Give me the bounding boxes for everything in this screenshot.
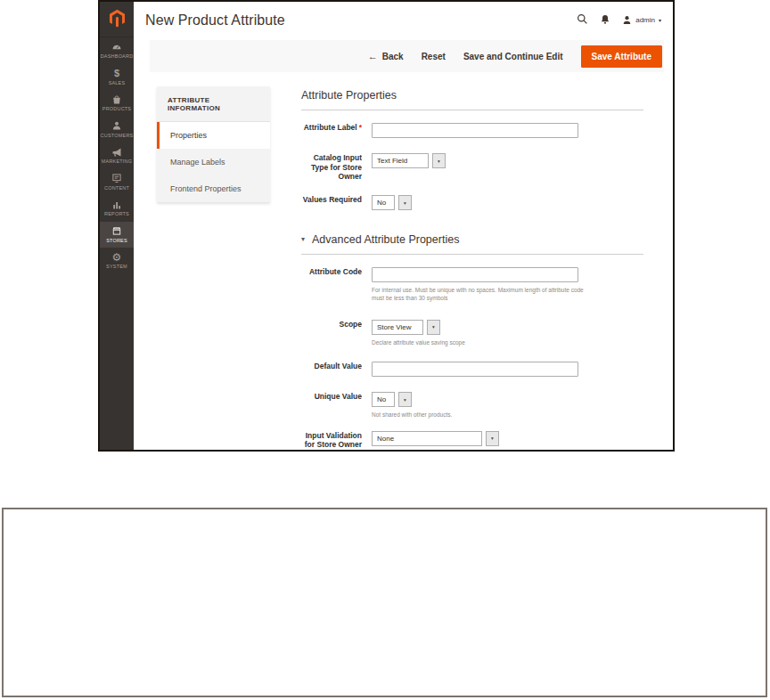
- back-button[interactable]: ← Back: [368, 52, 404, 61]
- admin-user-menu[interactable]: admin ▾: [622, 12, 661, 28]
- field-label: Attribute Code: [301, 265, 362, 277]
- attribute-form: Attribute Properties Attribute Label* Ca…: [301, 86, 643, 450]
- reset-button[interactable]: Reset: [422, 52, 446, 61]
- page-actions-bar: ← Back Reset Save and Continue Edit Save…: [150, 40, 664, 72]
- person-icon: [111, 120, 122, 132]
- main-content: New Product Attribute admin ▾: [134, 2, 673, 450]
- nav-tab-properties[interactable]: Properties: [157, 122, 270, 149]
- reset-button-label: Reset: [422, 52, 446, 61]
- sidebar-item-label: DASHBOARD: [101, 54, 134, 60]
- field-row-scope: Scope Store View ▾ Declare attribute val…: [301, 317, 643, 346]
- sidebar-item-marketing[interactable]: MARKETING: [100, 142, 134, 169]
- dollar-icon: $: [114, 68, 119, 79]
- sidebar-item-reports[interactable]: REPORTS: [100, 195, 134, 222]
- collapse-caret-icon[interactable]: ▾: [301, 236, 305, 243]
- select-value: None: [372, 431, 482, 446]
- select-value: No: [372, 195, 395, 210]
- default-value-input[interactable]: [372, 362, 578, 377]
- field-label: Values Required: [301, 192, 362, 205]
- gear-icon: ⚙: [112, 251, 122, 263]
- megaphone-icon: [111, 146, 122, 158]
- sidebar-item-products[interactable]: PRODUCTS: [100, 90, 134, 117]
- sidebar-item-label: MARKETING: [102, 159, 133, 165]
- chevron-down-icon[interactable]: ▾: [398, 392, 412, 407]
- field-label: Attribute Label*: [301, 120, 362, 133]
- user-name: admin: [635, 16, 655, 24]
- sidebar-item-label: CONTENT: [104, 186, 129, 191]
- select-value: Text Field: [372, 153, 429, 168]
- field-row-attribute-code: Attribute Code For internal use. Must be…: [301, 265, 643, 303]
- bell-icon[interactable]: [600, 12, 610, 28]
- select-value: No: [372, 392, 395, 407]
- sidebar-item-stores[interactable]: STORES: [100, 222, 134, 248]
- field-note: For internal use. Must be unique with no…: [372, 286, 584, 303]
- sidebar-item-label: CUSTOMERS: [101, 134, 134, 139]
- field-note: Declare attribute value saving scope: [372, 338, 584, 346]
- sidebar-item-label: SALES: [109, 81, 126, 86]
- section-title-text: Advanced Attribute Properties: [312, 233, 459, 246]
- section-title-attribute-properties: Attribute Properties: [301, 89, 643, 110]
- bag-icon: [111, 94, 122, 105]
- sidebar-item-customers[interactable]: CUSTOMERS: [100, 117, 134, 143]
- nav-tab-manage-labels[interactable]: Manage Labels: [157, 149, 270, 175]
- attribute-code-input[interactable]: [372, 267, 578, 282]
- chevron-down-icon[interactable]: ▾: [486, 431, 499, 446]
- save-and-continue-label: Save and Continue Edit: [463, 52, 563, 61]
- sidebar-item-label: REPORTS: [104, 212, 129, 217]
- attribute-info-nav: ATTRIBUTE INFORMATION Properties Manage …: [157, 86, 270, 202]
- sidebar-item-system[interactable]: ⚙ SYSTEM: [100, 248, 134, 274]
- field-note: Not shared with other products.: [372, 411, 584, 419]
- magento-logo-icon[interactable]: [100, 2, 134, 37]
- sidebar-item-label: PRODUCTS: [102, 107, 131, 112]
- nav-tab-frontend-properties[interactable]: Frontend Properties: [157, 175, 270, 202]
- field-label: Scope: [301, 317, 362, 330]
- input-validation-select[interactable]: None ▾: [372, 431, 499, 446]
- chevron-down-icon[interactable]: ▾: [427, 320, 440, 335]
- magento-admin-window: DASHBOARD $ SALES PRODUCTS CUSTOMERS MAR…: [98, 0, 675, 452]
- storefront-icon: [111, 225, 122, 237]
- empty-placeholder-box: [2, 508, 767, 697]
- sidebar-item-sales[interactable]: $ SALES: [100, 64, 134, 91]
- attribute-info-nav-header: ATTRIBUTE INFORMATION: [157, 86, 270, 122]
- field-label: Unique Value: [301, 389, 362, 402]
- search-icon[interactable]: [577, 12, 588, 28]
- scope-select[interactable]: Store View ▾: [372, 320, 440, 335]
- catalog-input-type-select[interactable]: Text Field ▾: [372, 153, 446, 168]
- sidebar-item-label: SYSTEM: [106, 265, 127, 270]
- values-required-select[interactable]: No ▾: [372, 195, 412, 210]
- back-button-label: Back: [382, 52, 404, 61]
- user-icon: [622, 12, 632, 28]
- field-row-default-value: Default Value: [301, 359, 643, 377]
- sidebar-item-dashboard[interactable]: DASHBOARD: [100, 37, 134, 64]
- chevron-down-icon: ▾: [659, 18, 661, 23]
- sidebar-item-label: STORES: [106, 239, 127, 244]
- field-row-input-validation: Input Validation for Store Owner None ▾: [301, 428, 643, 450]
- section-title-advanced[interactable]: ▾ Advanced Attribute Properties: [301, 233, 643, 255]
- sidebar-item-content[interactable]: CONTENT: [100, 169, 134, 196]
- field-row-catalog-input-type: Catalog Input Type for Store Owner Text …: [301, 151, 643, 182]
- chevron-down-icon[interactable]: ▾: [398, 195, 412, 210]
- monitor-icon: [111, 173, 122, 184]
- admin-sidebar: DASHBOARD $ SALES PRODUCTS CUSTOMERS MAR…: [100, 2, 134, 450]
- save-attribute-button[interactable]: Save Attribute: [581, 45, 662, 68]
- required-marker: *: [359, 123, 362, 132]
- dashboard-gauge-icon: [111, 41, 122, 53]
- field-row-values-required: Values Required No ▾: [301, 192, 643, 210]
- chevron-down-icon[interactable]: ▾: [432, 153, 446, 168]
- save-and-continue-button[interactable]: Save and Continue Edit: [463, 52, 563, 61]
- back-arrow-icon: ←: [368, 52, 378, 61]
- field-label: Input Validation for Store Owner: [301, 428, 362, 450]
- section-title-text: Attribute Properties: [301, 89, 397, 102]
- bar-chart-icon: [111, 199, 122, 210]
- attribute-label-input[interactable]: [372, 123, 578, 138]
- field-label: Default Value: [301, 359, 362, 371]
- page-title: New Product Attribute: [145, 12, 285, 28]
- field-row-attribute-label: Attribute Label*: [301, 120, 643, 138]
- field-row-unique-value: Unique Value No ▾ Not shared with other …: [301, 389, 643, 419]
- field-label: Catalog Input Type for Store Owner: [301, 151, 362, 182]
- unique-value-select[interactable]: No ▾: [372, 392, 412, 407]
- page-header: New Product Attribute admin ▾: [134, 2, 673, 39]
- select-value: Store View: [372, 320, 423, 335]
